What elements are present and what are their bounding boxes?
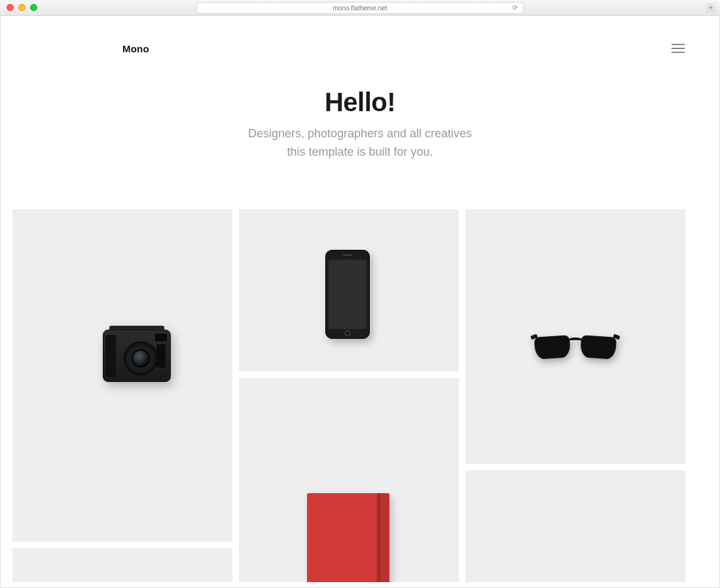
- portfolio-grid: [12, 209, 708, 587]
- site-nav: Mono: [1, 41, 719, 56]
- window-controls: [7, 4, 37, 11]
- portfolio-tile-phone[interactable]: [239, 209, 459, 372]
- sunglasses-icon: [533, 334, 617, 361]
- minimize-window-button[interactable]: [18, 4, 26, 11]
- brand-logo[interactable]: Mono: [122, 43, 149, 54]
- portfolio-tile-sunglasses[interactable]: [465, 209, 685, 464]
- close-window-button[interactable]: [7, 4, 14, 11]
- portfolio-tile-empty-right[interactable]: [465, 470, 685, 582]
- portfolio-tile-camera[interactable]: [12, 209, 232, 542]
- zoom-window-button[interactable]: [30, 4, 37, 11]
- hero: Hello! Designers, photographers and all …: [1, 88, 719, 162]
- camera-icon: [103, 330, 171, 382]
- address-bar-text: mono.flatheme.net: [333, 5, 387, 12]
- address-bar[interactable]: mono.flatheme.net ⟳: [196, 2, 524, 14]
- browser-window: mono.flatheme.net ⟳ + Mono Hello! Design…: [0, 0, 720, 588]
- hero-title: Hello!: [1, 88, 719, 117]
- portfolio-tile-notebook[interactable]: [239, 378, 459, 582]
- titlebar: mono.flatheme.net ⟳ +: [0, 0, 720, 16]
- hero-subtitle: Designers, photographers and all creativ…: [1, 125, 719, 162]
- reload-icon[interactable]: ⟳: [513, 4, 518, 11]
- hamburger-menu-icon[interactable]: [672, 44, 685, 53]
- notebook-icon: [307, 493, 389, 582]
- page: Mono Hello! Designers, photographers and…: [1, 16, 719, 587]
- viewport: Mono Hello! Designers, photographers and…: [0, 16, 720, 588]
- new-tab-button[interactable]: +: [706, 3, 716, 13]
- smartphone-icon: [325, 250, 370, 339]
- portfolio-tile-empty-left[interactable]: [12, 548, 232, 582]
